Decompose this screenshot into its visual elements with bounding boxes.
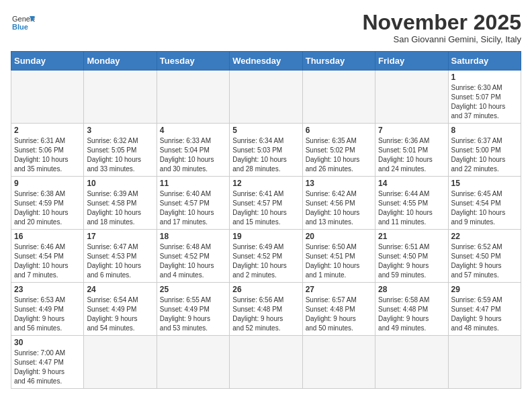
calendar-day-cell: 7Sunrise: 6:36 AM Sunset: 5:01 PM Daylig…: [375, 124, 448, 177]
day-info: Sunrise: 6:44 AM Sunset: 4:55 PM Dayligh…: [378, 189, 445, 227]
logo: General Blue: [11, 11, 35, 35]
day-number: 4: [160, 126, 226, 135]
day-info: Sunrise: 6:58 AM Sunset: 4:48 PM Dayligh…: [378, 295, 445, 333]
day-info: Sunrise: 6:47 AM Sunset: 4:53 PM Dayligh…: [87, 242, 153, 280]
calendar-day-cell: [302, 336, 375, 389]
day-number: 7: [378, 126, 445, 135]
day-number: 28: [378, 285, 445, 294]
calendar: SundayMondayTuesdayWednesdayThursdayFrid…: [11, 51, 521, 389]
calendar-week-row: 1Sunrise: 6:30 AM Sunset: 5:07 PM Daylig…: [11, 71, 521, 124]
calendar-day-cell: 19Sunrise: 6:49 AM Sunset: 4:52 PM Dayli…: [230, 230, 302, 283]
day-number: 13: [306, 179, 372, 188]
day-number: 8: [451, 126, 518, 135]
day-info: Sunrise: 6:37 AM Sunset: 5:00 PM Dayligh…: [451, 136, 518, 174]
calendar-day-cell: 22Sunrise: 6:52 AM Sunset: 4:50 PM Dayli…: [448, 230, 521, 283]
calendar-day-cell: 10Sunrise: 6:39 AM Sunset: 4:58 PM Dayli…: [84, 177, 157, 230]
day-number: 12: [232, 179, 299, 188]
month-title: November 2025: [362, 11, 521, 34]
weekday-header-cell: Tuesday: [157, 52, 229, 71]
day-number: 6: [306, 126, 372, 135]
calendar-day-cell: [84, 71, 157, 124]
day-number: 10: [87, 179, 153, 188]
weekday-header-cell: Friday: [375, 52, 448, 71]
weekday-header-cell: Saturday: [448, 52, 521, 71]
day-number: 15: [451, 179, 518, 188]
calendar-day-cell: 8Sunrise: 6:37 AM Sunset: 5:00 PM Daylig…: [448, 124, 521, 177]
calendar-day-cell: 1Sunrise: 6:30 AM Sunset: 5:07 PM Daylig…: [448, 71, 521, 124]
day-number: 5: [232, 126, 299, 135]
weekday-header-cell: Sunday: [11, 52, 84, 71]
day-info: Sunrise: 6:41 AM Sunset: 4:57 PM Dayligh…: [232, 189, 299, 227]
calendar-day-cell: 12Sunrise: 6:41 AM Sunset: 4:57 PM Dayli…: [230, 177, 302, 230]
day-number: 16: [14, 232, 81, 241]
day-number: 11: [160, 179, 226, 188]
header: General Blue November 2025 San Giovanni …: [11, 11, 521, 44]
calendar-day-cell: 13Sunrise: 6:42 AM Sunset: 4:56 PM Dayli…: [302, 177, 375, 230]
calendar-day-cell: 18Sunrise: 6:48 AM Sunset: 4:52 PM Dayli…: [157, 230, 229, 283]
calendar-day-cell: 5Sunrise: 6:34 AM Sunset: 5:03 PM Daylig…: [230, 124, 302, 177]
day-info: Sunrise: 6:35 AM Sunset: 5:02 PM Dayligh…: [306, 136, 372, 174]
calendar-day-cell: 25Sunrise: 6:55 AM Sunset: 4:49 PM Dayli…: [157, 283, 229, 336]
day-number: 29: [451, 285, 518, 294]
day-info: Sunrise: 6:45 AM Sunset: 4:54 PM Dayligh…: [451, 189, 518, 227]
day-info: Sunrise: 6:49 AM Sunset: 4:52 PM Dayligh…: [232, 242, 299, 280]
calendar-day-cell: [230, 336, 302, 389]
calendar-day-cell: 6Sunrise: 6:35 AM Sunset: 5:02 PM Daylig…: [302, 124, 375, 177]
day-info: Sunrise: 6:48 AM Sunset: 4:52 PM Dayligh…: [160, 242, 226, 280]
calendar-day-cell: 16Sunrise: 6:46 AM Sunset: 4:54 PM Dayli…: [11, 230, 84, 283]
svg-text:Blue: Blue: [12, 23, 28, 31]
calendar-day-cell: 20Sunrise: 6:50 AM Sunset: 4:51 PM Dayli…: [302, 230, 375, 283]
day-number: 2: [14, 126, 81, 135]
day-info: Sunrise: 6:57 AM Sunset: 4:48 PM Dayligh…: [306, 295, 372, 333]
weekday-header-cell: Monday: [84, 52, 157, 71]
day-info: Sunrise: 6:40 AM Sunset: 4:57 PM Dayligh…: [160, 189, 226, 227]
calendar-day-cell: 4Sunrise: 6:33 AM Sunset: 5:04 PM Daylig…: [157, 124, 229, 177]
day-info: Sunrise: 6:39 AM Sunset: 4:58 PM Dayligh…: [87, 189, 153, 227]
calendar-day-cell: 23Sunrise: 6:53 AM Sunset: 4:49 PM Dayli…: [11, 283, 84, 336]
day-info: Sunrise: 6:50 AM Sunset: 4:51 PM Dayligh…: [306, 242, 372, 280]
day-info: Sunrise: 6:32 AM Sunset: 5:05 PM Dayligh…: [87, 136, 153, 174]
day-info: Sunrise: 6:46 AM Sunset: 4:54 PM Dayligh…: [14, 242, 81, 280]
calendar-day-cell: [375, 336, 448, 389]
day-number: 27: [306, 285, 372, 294]
calendar-day-cell: 29Sunrise: 6:59 AM Sunset: 4:47 PM Dayli…: [448, 283, 521, 336]
day-number: 23: [14, 285, 81, 294]
day-info: Sunrise: 6:34 AM Sunset: 5:03 PM Dayligh…: [232, 136, 299, 174]
day-number: 20: [306, 232, 372, 241]
calendar-day-cell: [375, 71, 448, 124]
weekday-header-row: SundayMondayTuesdayWednesdayThursdayFrid…: [11, 52, 521, 71]
calendar-day-cell: 24Sunrise: 6:54 AM Sunset: 4:49 PM Dayli…: [84, 283, 157, 336]
calendar-day-cell: 21Sunrise: 6:51 AM Sunset: 4:50 PM Dayli…: [375, 230, 448, 283]
day-number: 3: [87, 126, 153, 135]
calendar-day-cell: 15Sunrise: 6:45 AM Sunset: 4:54 PM Dayli…: [448, 177, 521, 230]
calendar-week-row: 23Sunrise: 6:53 AM Sunset: 4:49 PM Dayli…: [11, 283, 521, 336]
calendar-week-row: 9Sunrise: 6:38 AM Sunset: 4:59 PM Daylig…: [11, 177, 521, 230]
calendar-day-cell: [157, 71, 229, 124]
day-info: Sunrise: 6:53 AM Sunset: 4:49 PM Dayligh…: [14, 295, 81, 333]
day-number: 24: [87, 285, 153, 294]
day-number: 25: [160, 285, 226, 294]
day-info: Sunrise: 6:42 AM Sunset: 4:56 PM Dayligh…: [306, 189, 372, 227]
calendar-day-cell: 26Sunrise: 6:56 AM Sunset: 4:48 PM Dayli…: [230, 283, 302, 336]
weekday-header-cell: Thursday: [302, 52, 375, 71]
calendar-day-cell: 11Sunrise: 6:40 AM Sunset: 4:57 PM Dayli…: [157, 177, 229, 230]
subtitle: San Giovanni Gemini, Sicily, Italy: [362, 34, 521, 44]
calendar-day-cell: 2Sunrise: 6:31 AM Sunset: 5:06 PM Daylig…: [11, 124, 84, 177]
day-number: 22: [451, 232, 518, 241]
day-number: 21: [378, 232, 445, 241]
day-number: 26: [232, 285, 299, 294]
calendar-day-cell: [302, 71, 375, 124]
day-info: Sunrise: 6:54 AM Sunset: 4:49 PM Dayligh…: [87, 295, 153, 333]
day-info: Sunrise: 6:31 AM Sunset: 5:06 PM Dayligh…: [14, 136, 81, 174]
day-info: Sunrise: 6:36 AM Sunset: 5:01 PM Dayligh…: [378, 136, 445, 174]
day-info: Sunrise: 7:00 AM Sunset: 4:47 PM Dayligh…: [14, 349, 81, 386]
calendar-day-cell: 14Sunrise: 6:44 AM Sunset: 4:55 PM Dayli…: [375, 177, 448, 230]
calendar-day-cell: [157, 336, 229, 389]
day-number: 19: [232, 232, 299, 241]
day-info: Sunrise: 6:56 AM Sunset: 4:48 PM Dayligh…: [232, 295, 299, 333]
day-number: 1: [451, 73, 518, 82]
calendar-day-cell: [230, 71, 302, 124]
calendar-day-cell: 3Sunrise: 6:32 AM Sunset: 5:05 PM Daylig…: [84, 124, 157, 177]
calendar-day-cell: 30Sunrise: 7:00 AM Sunset: 4:47 PM Dayli…: [11, 336, 84, 389]
day-info: Sunrise: 6:52 AM Sunset: 4:50 PM Dayligh…: [451, 242, 518, 280]
